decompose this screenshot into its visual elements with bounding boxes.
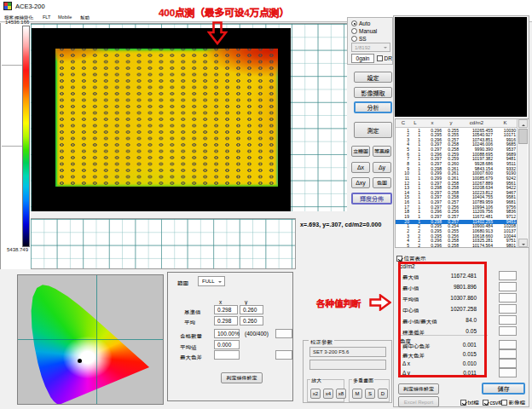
calibration-set-field[interactable]: SET 3-200 F5.6 (309, 347, 386, 357)
table-cell: 5 (397, 244, 409, 249)
delta-x-button[interactable]: Δx (351, 162, 370, 173)
measure-button[interactable]: 測定 (354, 122, 392, 138)
reference-x-input[interactable]: 0.298 (214, 305, 238, 314)
cie-chromaticity-diagram[interactable] (17, 274, 164, 405)
menu-item-4[interactable]: Mobile (58, 14, 72, 20)
menu-item-5[interactable]: 幫助 (80, 14, 90, 21)
table-cell: 9801 (494, 244, 516, 249)
dr-checkbox-label: DR (385, 55, 392, 61)
delta-xy-button[interactable]: Δxy (351, 177, 370, 188)
radio-manual[interactable]: Manual (351, 28, 377, 35)
scale-tick (2, 65, 23, 66)
cie-crosshair-vertical (96, 275, 97, 405)
measurement-table[interactable]: CLxycd/m2K 110.2960.25510265.45510030210… (395, 118, 529, 248)
capture-settings-group: AutoManualSS 1/8192 0gain DR (347, 17, 393, 65)
multi-screen-d-button[interactable]: D (378, 389, 388, 399)
luminance-distribution-button[interactable]: 輝度分佈 (351, 193, 392, 204)
luminance-heatmap[interactable] (55, 49, 278, 187)
table-row[interactable]: 520.2960.25810174.5649801 (396, 244, 518, 249)
radio-dot[interactable] (351, 36, 357, 42)
pass-count-text: (400/400) (245, 331, 269, 337)
max-color-diff-input[interactable] (214, 350, 240, 360)
excel-report-button[interactable]: Excel Report (398, 396, 439, 407)
judge-box (499, 293, 517, 302)
radio-auto[interactable]: Auto (351, 20, 370, 27)
stat-value: 0.001 (463, 342, 477, 348)
average-x-input[interactable]: 0.298 (214, 316, 238, 325)
contour-button[interactable]: 等高線 (373, 146, 391, 157)
menu-item-3[interactable]: FLT (43, 14, 50, 20)
radio-dot[interactable] (351, 20, 357, 26)
multi-screen-s-button[interactable]: S (365, 389, 375, 399)
stat-value: 0.010 (463, 360, 477, 366)
scroll-down-button[interactable] (518, 239, 528, 247)
file-check-box[interactable] (460, 400, 466, 406)
color-scale: 14536.166 5438.749 (0, 23, 31, 269)
table-scrollbar[interactable] (517, 119, 528, 247)
multi-screen-m-button[interactable]: M (352, 389, 362, 399)
judge-box (499, 282, 517, 291)
stats-luminance-section-label: cd/m2 (400, 263, 415, 269)
table-cell: 0.296 (423, 244, 442, 249)
plot-grid-bottom-band (31, 218, 296, 269)
position-display-checkbox[interactable]: 位置表示 (396, 254, 426, 262)
judge-condition-button-2[interactable]: 判定條件設定 (221, 372, 263, 383)
stats-divider (399, 335, 488, 336)
view-3d-button[interactable]: 立體圖 (351, 146, 370, 157)
scroll-thumb[interactable] (518, 129, 528, 144)
stat-label: 平均值 (402, 295, 419, 303)
scale-tick (2, 146, 23, 147)
pass-percent-input[interactable]: 100.00% (214, 329, 240, 338)
calibration-extra-field[interactable] (309, 360, 386, 370)
image-capture-button[interactable]: 影像擷取 (354, 87, 392, 98)
judge-box (499, 271, 517, 280)
average-y-input[interactable]: 0.260 (240, 316, 263, 325)
file-check-label: 影像檔 (509, 400, 526, 406)
gain-button[interactable]: 0gain (351, 54, 374, 63)
reference-y-input[interactable]: 0.260 (240, 305, 263, 314)
table-column-header: C (397, 120, 409, 125)
position-checkbox-box[interactable] (396, 256, 402, 262)
zoom-x8-button[interactable]: x8 (336, 389, 346, 399)
dr-checkbox[interactable]: DR (377, 55, 392, 62)
file-check-box[interactable] (501, 400, 507, 406)
stat-value: 10207.258 (450, 306, 477, 312)
stat-label: 最大值 (402, 273, 419, 281)
annotation-down-arrow (207, 21, 228, 45)
save-button[interactable]: 儲存 (482, 383, 525, 395)
color-map-button[interactable]: 色圖 (373, 177, 391, 188)
dr-checkbox-box[interactable] (377, 55, 383, 61)
exposure-select[interactable]: 1/8192 (351, 43, 390, 52)
range-select[interactable]: FULL (198, 276, 225, 286)
zoom-x2-button[interactable]: x2 (310, 389, 321, 399)
max-color-diff-label: 最大色差 (180, 353, 202, 361)
results-panel: CLxycd/m2K 110.2960.25510265.45510030210… (393, 15, 529, 407)
stat-value: 11672.481 (451, 273, 477, 279)
stat-label: 最小值 (402, 284, 419, 292)
judge-box (499, 315, 517, 325)
stat-value: 9801.896 (454, 284, 477, 290)
color-scale-gradient (22, 26, 30, 247)
scroll-up-button[interactable] (518, 119, 528, 128)
analyze-button[interactable]: 分析 (354, 101, 392, 113)
annotation-points-note: 400点测（最多可设4万点测） (159, 4, 289, 20)
max-diff-judge-box (275, 350, 292, 360)
radio-dot[interactable] (351, 28, 357, 34)
judge-condition-button[interactable]: 判定條件設定 (398, 383, 439, 395)
stat-label: 最大色差 (402, 351, 425, 360)
delta-y-button[interactable]: Δy (373, 162, 391, 173)
zoom-x4-button[interactable]: x4 (323, 389, 333, 399)
reference-label: 基準值 (184, 308, 201, 316)
table-header: CLxycd/m2K (396, 119, 518, 128)
stat-label: 最小值/最大值 (402, 317, 437, 325)
camera-image-area[interactable] (32, 28, 291, 211)
file-check-box[interactable] (483, 400, 489, 406)
file-check-1[interactable]: txt檔 (460, 398, 479, 406)
position-checkbox-label: 位置表示 (404, 256, 426, 262)
file-check-3[interactable]: 影像檔 (501, 398, 525, 406)
settings-button[interactable]: 設定 (354, 72, 392, 83)
table-cell: 0.258 (443, 244, 459, 249)
radio-ss[interactable]: SS (351, 36, 367, 43)
judge-box (499, 304, 517, 314)
average-value-input[interactable]: 0.000 (214, 340, 240, 349)
